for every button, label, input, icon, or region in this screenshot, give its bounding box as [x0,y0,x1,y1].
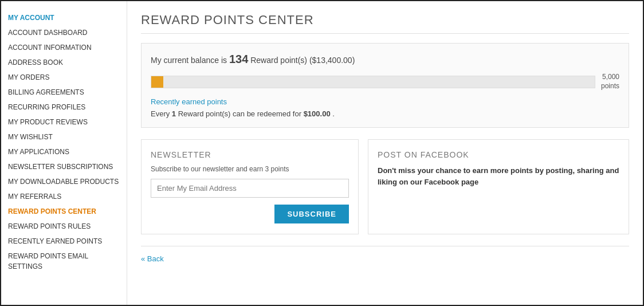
page-wrapper: MY ACCOUNT ACCOUNT DASHBOARD ACCOUNT INF… [0,0,644,306]
sidebar-item-my-account[interactable]: MY ACCOUNT [8,10,120,25]
main-content: REWARD POINTS CENTER My current balance … [127,1,643,305]
progress-bar-wrapper [151,76,595,88]
sidebar-item-my-downloadable-products[interactable]: MY DOWNLOADABLE PRODUCTS [8,174,120,189]
sidebar-item-my-product-reviews[interactable]: MY PRODUCT REVIEWS [8,115,120,130]
facebook-card: POST ON FACEBOOK Don't miss your chance … [368,139,629,234]
page-title: REWARD POINTS CENTER [141,13,629,34]
balance-section: My current balance is 134 Reward point(s… [141,43,629,128]
sidebar-item-my-wishlist[interactable]: MY WISHLIST [8,130,120,144]
back-section: « Back [141,246,629,263]
redeem-text: Every 1 Reward point(s) can be redeemed … [151,109,619,118]
sidebar-item-billing-agreements[interactable]: BILLING AGREEMENTS [8,85,120,100]
sidebar-item-recurring-profiles[interactable]: RECURRING PROFILES [8,100,120,115]
sidebar-item-account-information[interactable]: ACCOUNT INFORMATION [8,40,120,55]
newsletter-card-title: NEWSLETTER [151,150,349,159]
newsletter-card-subtitle: Subscribe to our newsletter and earn 3 p… [151,165,349,173]
sidebar-item-my-applications[interactable]: MY APPLICATIONS [8,144,120,159]
progress-bar-fill [151,76,163,88]
sidebar-item-recently-earned-points[interactable]: RECENTLY EARNED POINTS [8,234,120,249]
sidebar-item-account-dashboard[interactable]: ACCOUNT DASHBOARD [8,25,120,40]
subscribe-button[interactable]: SUBSCRIBE [274,205,349,223]
sidebar-item-newsletter-subscriptions[interactable]: NEWSLETTER SUBSCRIPTIONS [8,159,120,174]
sidebar-item-reward-points-rules[interactable]: REWARD POINTS RULES [8,219,120,234]
facebook-card-text: Don't miss your chance to earn more poin… [378,165,619,187]
recently-earned-link[interactable]: Recently earned points [151,97,619,106]
sidebar-item-my-orders[interactable]: MY ORDERS [8,70,120,85]
sidebar-item-reward-points-center[interactable]: REWARD POINTS CENTER [8,204,120,219]
progress-label: 5,000 points [601,73,619,91]
sidebar: MY ACCOUNT ACCOUNT DASHBOARD ACCOUNT INF… [1,1,127,305]
balance-points: 134 [229,53,248,65]
cards-row: NEWSLETTER Subscribe to our newsletter a… [141,139,629,234]
balance-text: My current balance is 134 Reward point(s… [151,53,619,66]
sidebar-item-my-referrals[interactable]: MY REFERRALS [8,189,120,204]
newsletter-card: NEWSLETTER Subscribe to our newsletter a… [141,139,359,234]
facebook-card-title: POST ON FACEBOOK [378,150,619,159]
email-input[interactable] [151,179,349,198]
back-link[interactable]: « Back [141,254,164,263]
sidebar-item-address-book[interactable]: ADDRESS BOOK [8,55,120,70]
progress-container: 5,000 points [151,73,619,91]
sidebar-item-reward-points-email-settings[interactable]: REWARD POINTS EMAIL SETTINGS [8,249,120,274]
